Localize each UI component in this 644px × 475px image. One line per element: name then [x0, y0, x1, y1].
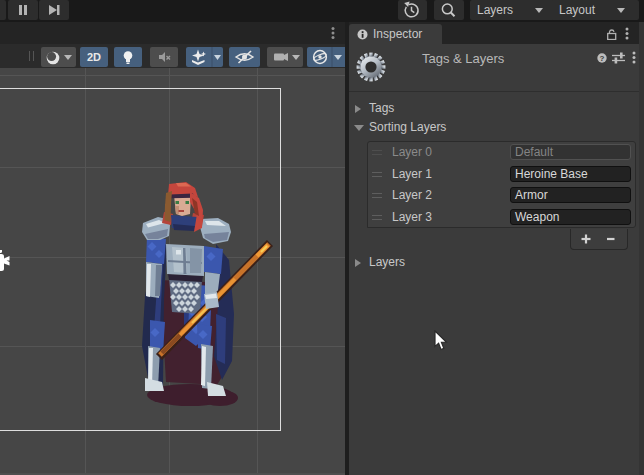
svg-text:?: ?: [600, 54, 605, 63]
